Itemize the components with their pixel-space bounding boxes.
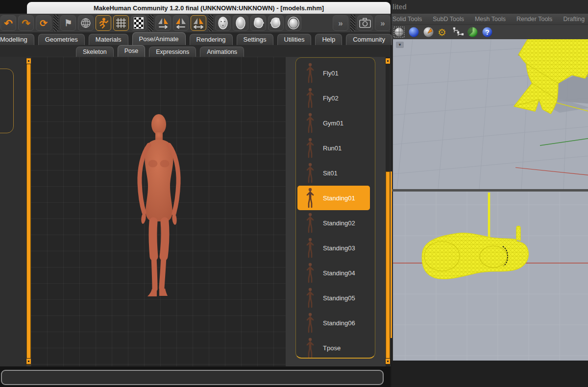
- dimension-tool-icon[interactable]: [452, 26, 464, 38]
- viewport-menu-button[interactable]: ▾: [396, 42, 404, 48]
- head-right-button[interactable]: [250, 15, 266, 31]
- pose-label: Standing02: [323, 219, 355, 227]
- tab-settings[interactable]: Settings: [237, 34, 273, 45]
- pose-label: Standing03: [323, 244, 355, 252]
- tab-materials[interactable]: Materials: [89, 34, 128, 45]
- pose-item-fly02[interactable]: Fly02: [297, 86, 370, 110]
- smooth-flag-button[interactable]: ⚑: [60, 15, 76, 31]
- face-front-button[interactable]: [215, 15, 231, 31]
- right-panel: Fly01 Fly02 Gym01 Run01 Sit01 Standing01…: [286, 57, 391, 366]
- head-right-icon: [251, 16, 265, 30]
- pose-label: Standing01: [323, 194, 355, 202]
- pose-label: Standing06: [323, 319, 355, 327]
- snap-sphere-icon[interactable]: [393, 26, 405, 38]
- grab-camera-button[interactable]: [357, 15, 373, 31]
- subtab-animations[interactable]: Animations: [200, 47, 244, 57]
- tab-community[interactable]: Community: [346, 34, 392, 45]
- perspective-scene: [393, 39, 588, 189]
- menu-subd-tools[interactable]: SubD Tools: [433, 16, 464, 23]
- human-model[interactable]: [125, 112, 191, 308]
- tab-geometries[interactable]: Geometries: [38, 34, 85, 45]
- subtab-expressions[interactable]: Expressions: [149, 47, 196, 57]
- pose-label: Standing04: [323, 269, 355, 277]
- head-back-button[interactable]: [233, 15, 248, 31]
- main-area: Fly01 Fly02 Gym01 Run01 Sit01 Standing01…: [0, 57, 391, 366]
- titlebar[interactable]: MakeHuman Community 1.2.0 final (UNKNOWN…: [27, 2, 391, 14]
- menu-drafting[interactable]: Drafting: [563, 16, 585, 23]
- main-toolbar: ↶↷⟳⚑ » »: [0, 14, 391, 32]
- subtab-skeleton[interactable]: Skeleton: [76, 47, 114, 57]
- redo-icon: ↷: [22, 18, 30, 28]
- model-viewport[interactable]: [31, 57, 286, 366]
- wireframe-globe-icon: [80, 17, 92, 29]
- shoe-wireframe[interactable]: [422, 226, 528, 279]
- menu-render-tools[interactable]: Render Tools: [516, 16, 552, 23]
- menu-mesh-tools[interactable]: Mesh Tools: [475, 16, 506, 23]
- reload-icon: ⟳: [40, 19, 48, 28]
- pose-item-run01[interactable]: Run01: [297, 136, 370, 160]
- right-scrollbar-top-handle[interactable]: [385, 58, 391, 64]
- viewport-perspective[interactable]: ▾: [392, 39, 588, 189]
- pose-label: Fly02: [323, 95, 339, 102]
- reload-button[interactable]: ⟳: [36, 15, 51, 31]
- pose-item-standing05[interactable]: Standing05: [297, 286, 370, 310]
- tab-pose-animate[interactable]: Pose/Animate: [132, 32, 186, 45]
- pose-thumbnail: [297, 287, 323, 309]
- window-title: MakeHuman Community 1.2.0 final (UNKNOWN…: [94, 4, 324, 12]
- pose-item-tpose[interactable]: Tpose: [297, 336, 370, 359]
- left-panel: [0, 69, 14, 133]
- subtab-pose[interactable]: Pose: [118, 45, 146, 57]
- menu-solid-tools[interactable]: Solid Tools: [392, 16, 422, 23]
- chevron-more-icon: »: [338, 19, 343, 27]
- right-scrollbar-thumb[interactable]: [386, 171, 390, 360]
- screen: lited Solid ToolsSubD ToolsMesh ToolsRen…: [0, 0, 588, 387]
- pose-thumbnail: [297, 162, 323, 184]
- vertical-slider[interactable]: [26, 58, 31, 365]
- head-top-button[interactable]: [286, 15, 301, 31]
- background-checker-button[interactable]: [131, 15, 147, 31]
- tab-utilities[interactable]: Utilities: [277, 34, 312, 45]
- pose-item-gym01[interactable]: Gym01: [297, 111, 370, 135]
- wireframe-globe-button[interactable]: [78, 15, 94, 31]
- render-cone-icon[interactable]: [423, 26, 434, 38]
- pose-item-sit01[interactable]: Sit01: [297, 161, 370, 185]
- chevron-more-button[interactable]: »: [375, 15, 391, 31]
- green-sphere-icon[interactable]: [467, 26, 478, 38]
- pose-toggle-button[interactable]: [96, 15, 111, 31]
- gear-settings-icon[interactable]: ⚙: [438, 26, 449, 38]
- pose-label: Fly01: [323, 70, 339, 77]
- symmetry-right-icon: [157, 17, 170, 29]
- pose-library-list: Fly01 Fly02 Gym01 Run01 Sit01 Standing01…: [295, 57, 375, 359]
- pose-thumbnail: [297, 187, 323, 209]
- background-app-bottom-strip: [392, 361, 588, 387]
- symmetry-left-button[interactable]: [173, 15, 189, 31]
- pose-item-fly01[interactable]: Fly01: [297, 61, 370, 85]
- background-app-menubar: Solid ToolsSubD ToolsMesh ToolsRender To…: [392, 14, 588, 24]
- pose-label: Standing05: [323, 294, 355, 302]
- tab-rendering[interactable]: Rendering: [190, 34, 233, 45]
- grid-toggle-button[interactable]: [113, 15, 129, 31]
- undo-button[interactable]: ↶: [0, 15, 16, 31]
- pose-item-standing02[interactable]: Standing02: [297, 211, 370, 235]
- tab-modelling[interactable]: Modelling: [0, 34, 34, 45]
- right-scrollbar-bottom-handle[interactable]: [385, 358, 391, 364]
- head-left-button[interactable]: [268, 15, 284, 31]
- symmetry-both-button[interactable]: [191, 15, 206, 31]
- pose-item-standing01[interactable]: Standing01: [297, 186, 370, 210]
- pose-item-standing06[interactable]: Standing06: [297, 311, 370, 335]
- pose-item-standing03[interactable]: Standing03: [297, 236, 370, 260]
- redo-button[interactable]: ↷: [18, 15, 34, 31]
- background-checker-icon: [133, 17, 144, 29]
- pose-item-standing04[interactable]: Standing04: [297, 261, 370, 285]
- blue-sphere-icon[interactable]: [408, 26, 419, 38]
- help-icon[interactable]: ?: [482, 26, 493, 38]
- viewport-front[interactable]: [392, 192, 588, 361]
- window-edge-accent: [391, 171, 392, 338]
- makehuman-window: MakeHuman Community 1.2.0 final (UNKNOWN…: [0, 0, 391, 387]
- pose-label: Run01: [323, 145, 342, 152]
- left-gutter: [0, 57, 26, 366]
- tab-help[interactable]: Help: [315, 34, 342, 45]
- tab-bar: ModellingGeometriesMaterialsPose/Animate…: [0, 32, 391, 45]
- chevron-more-button[interactable]: »: [333, 15, 348, 31]
- symmetry-right-button[interactable]: [155, 15, 171, 31]
